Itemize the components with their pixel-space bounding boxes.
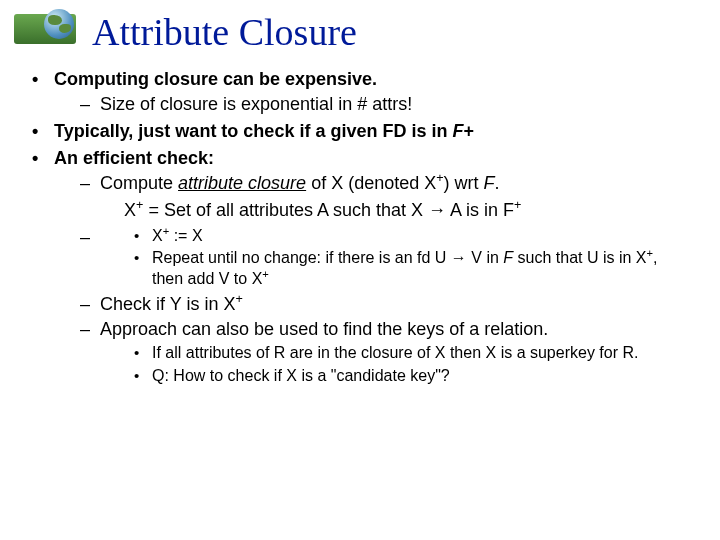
eq-tail: A is in F <box>446 200 514 220</box>
sub-check-y: Check if Y is in X+ <box>80 293 692 316</box>
alg-init: X+ := X <box>134 226 692 246</box>
bullet-typically: Typically, just want to check if a given… <box>30 120 692 143</box>
compute-f: F <box>484 173 495 193</box>
alg1-txt: := X <box>169 227 202 244</box>
slide-title: Attribute Closure <box>92 12 692 54</box>
sub-compute: Compute attribute closure of X (denoted … <box>80 172 692 195</box>
alg-repeat: Repeat until no change: if there is an f… <box>134 248 692 289</box>
alg2-post: such that U is in X <box>513 249 646 266</box>
typically-plus: + <box>463 121 474 141</box>
alg2-pre: Repeat until no change: if there is an f… <box>152 249 451 266</box>
check-sup: + <box>235 292 242 306</box>
compute-end: . <box>495 173 500 193</box>
keys-candidate-q: Q: How to check if X is a "candidate key… <box>134 366 692 386</box>
bullet-efficient-check: An efficient check: Compute attribute cl… <box>30 147 692 387</box>
alg2-sup2: + <box>262 268 269 280</box>
approach-text: Approach can also be used to find the ke… <box>100 319 548 339</box>
globe-logo-icon <box>14 6 76 50</box>
typically-f: F <box>452 121 463 141</box>
closure-definition: X+ = Set of all attributes A such that X… <box>78 199 692 222</box>
eq-txt: = Set of all attributes A such that X <box>143 200 428 220</box>
eq-tail-sup: + <box>514 198 521 212</box>
alg2-mid: V in <box>467 249 503 266</box>
sub-approach: Approach can also be used to find the ke… <box>80 318 692 386</box>
compute-sup: + <box>436 171 443 185</box>
arrow-icon: → <box>428 200 446 220</box>
typically-pre: Typically, just want to check if a given… <box>54 121 452 141</box>
keys-superkey: If all attributes of R are in the closur… <box>134 343 692 363</box>
compute-mid: of X (denoted X <box>306 173 436 193</box>
bullet-expensive: Computing closure can be expensive. Size… <box>30 68 692 116</box>
algorithm-block: X+ := X Repeat until no change: if there… <box>80 226 692 289</box>
eq-x: X <box>124 200 136 220</box>
slide: Attribute Closure Computing closure can … <box>0 0 720 540</box>
sub-exponential: Size of closure is exponential in # attr… <box>80 93 692 116</box>
compute-pre: Compute <box>100 173 178 193</box>
compute-attr-closure: attribute closure <box>178 173 306 193</box>
bullet-expensive-text: Computing closure can be expensive. <box>54 69 377 89</box>
check-pre: Check if Y is in X <box>100 294 235 314</box>
compute-post: ) wrt <box>444 173 484 193</box>
efficient-check-text: An efficient check: <box>54 148 214 168</box>
arrow-icon: → <box>451 249 467 266</box>
alg2-f: F <box>503 249 513 266</box>
alg1-x: X <box>152 227 163 244</box>
